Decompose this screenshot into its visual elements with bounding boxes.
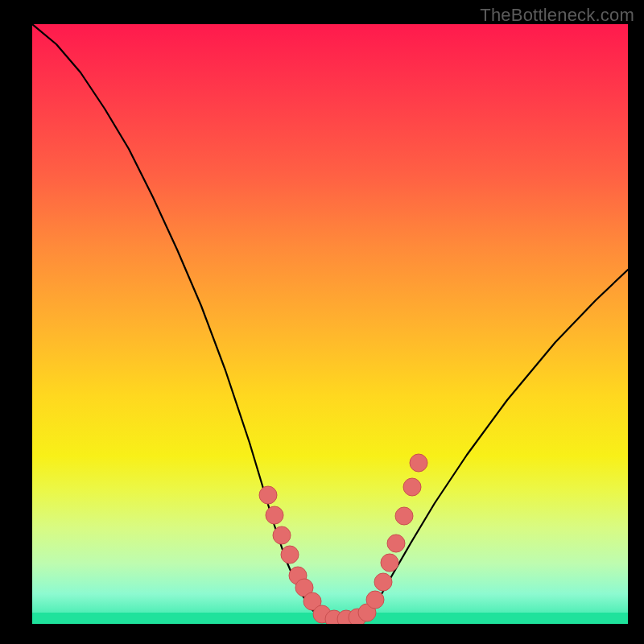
sample-marker	[266, 506, 283, 524]
sample-marker	[403, 478, 421, 496]
sample-marker	[366, 591, 384, 609]
bottleneck-curve	[32, 24, 628, 621]
plot-area	[32, 24, 628, 624]
sample-markers	[259, 454, 427, 624]
sample-marker	[273, 526, 291, 544]
sample-marker	[374, 573, 392, 591]
sample-marker	[387, 535, 405, 552]
sample-marker	[259, 486, 277, 504]
sample-marker	[281, 546, 299, 564]
watermark-label: TheBottleneck.com	[480, 5, 634, 26]
chart-svg	[32, 24, 628, 624]
sample-marker	[410, 454, 427, 472]
curve-path	[32, 24, 628, 621]
sample-marker	[395, 507, 413, 525]
chart-frame: TheBottleneck.com	[0, 0, 644, 644]
sample-marker	[381, 554, 398, 572]
